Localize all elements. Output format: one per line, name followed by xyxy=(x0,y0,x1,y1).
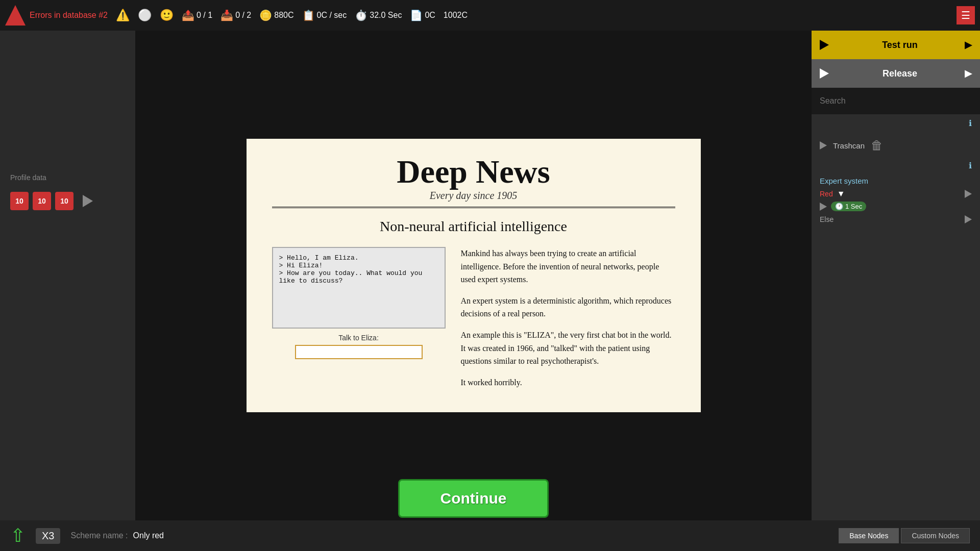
body-paragraph: Mankind has always been trying to create… xyxy=(461,247,675,286)
character-icon: 🙂 xyxy=(160,9,174,22)
coins-value: 880C xyxy=(274,11,293,20)
expert-system-label: Expert system xyxy=(820,177,972,185)
expert-system-section: Expert system Red ▼ 🕐 1 Sec Else xyxy=(812,172,980,228)
testrun-label: Test run xyxy=(835,40,965,51)
sidebar-section-info: ℹ xyxy=(812,159,980,172)
stat1-count: 0 / 1 xyxy=(197,11,212,20)
trashcan-section: Trashcan 🗑 xyxy=(812,132,980,159)
tab-custom-nodes[interactable]: Custom Nodes xyxy=(901,528,970,543)
arrow-icon: 📤 xyxy=(182,9,194,21)
else-label: Else xyxy=(820,215,834,223)
es-timer-value: 1 Sec xyxy=(845,203,862,210)
menu-button[interactable]: ☰ xyxy=(957,6,975,24)
es-timer-icon: 🕐 xyxy=(835,203,843,210)
x3-badge: X3 xyxy=(36,528,60,544)
article-title: Non-neural artificial intelligence xyxy=(272,218,675,235)
rate-stat: 📋 0C / sec xyxy=(302,9,347,21)
newspaper-right: Mankind has always been trying to create… xyxy=(461,247,675,397)
eliza-talk-label: Talk to Eliza: xyxy=(272,334,446,342)
extra-icon: 📄 xyxy=(410,9,423,21)
trashcan-label: Trashcan xyxy=(833,141,865,150)
profile-data-label: Profile data xyxy=(0,31,135,187)
body-paragraph: It worked horribly. xyxy=(461,376,675,389)
info-icon-2: ℹ xyxy=(969,161,972,170)
timer-value: 32.0 Sec xyxy=(370,11,402,20)
node-badge-2: 10 xyxy=(33,192,51,210)
info-icon: ℹ xyxy=(969,118,972,128)
release-play-icon xyxy=(820,68,829,79)
trashcan-play-icon[interactable] xyxy=(820,141,827,149)
release-label: Release xyxy=(835,68,965,79)
stat2: 📥 0 / 2 xyxy=(220,9,251,21)
newspaper-subtitle: Every day since 1905 xyxy=(272,190,675,202)
node-row: 10 10 10 xyxy=(0,187,135,215)
newspaper-left: > Hello, I am Eliza.> Hi Eliza!> How are… xyxy=(272,247,446,397)
face-icon: ⚪ xyxy=(138,9,152,22)
body-paragraph: An expert system is a deterministic algo… xyxy=(461,294,675,320)
search-bar[interactable] xyxy=(812,88,980,114)
newspaper-title: Deep News xyxy=(272,154,675,190)
left-sidebar: Profile data 10 10 10 xyxy=(0,31,135,551)
testrun-button[interactable]: Test run ▶ xyxy=(812,31,980,59)
rate-value: 0C / sec xyxy=(317,11,347,20)
continue-button[interactable]: Continue xyxy=(398,479,549,518)
else-arrow-icon xyxy=(965,215,972,223)
coins-stat: 🪙 880C xyxy=(259,9,293,21)
right-sidebar: Test run ▶ Release ▶ ℹ Trashcan 🗑 ℹ Expe… xyxy=(812,31,980,551)
bottom-tabs: Base Nodes Custom Nodes xyxy=(839,528,970,543)
newspaper-divider xyxy=(272,207,675,208)
release-arrow-icon: ▶ xyxy=(965,68,972,79)
expert-dropdown-icon[interactable]: ▼ xyxy=(837,189,845,198)
else-row: Else xyxy=(820,215,972,223)
testrun-arrow-icon: ▶ xyxy=(965,39,972,51)
expert-color-label: Red xyxy=(820,190,833,198)
node-badge-3: 10 xyxy=(55,192,74,210)
modal-overlay: Deep News Every day since 1905 Non-neura… xyxy=(135,31,812,520)
coins-icon: 🪙 xyxy=(259,9,272,21)
tab-base-nodes[interactable]: Base Nodes xyxy=(839,528,899,543)
extra-value: 0C xyxy=(425,11,435,20)
stat2-count: 0 / 2 xyxy=(235,11,251,20)
node-badge-1: 10 xyxy=(10,192,29,210)
green-arrow-icon: ⇧ xyxy=(10,525,26,546)
arrow-icon2: 📥 xyxy=(220,9,233,21)
logo-area: Errors in database #2 xyxy=(5,5,108,26)
eliza-terminal: > Hello, I am Eliza.> Hi Eliza!> How are… xyxy=(272,247,446,329)
warning-icon: ⚠️ xyxy=(116,9,130,22)
stat1: 📤 0 / 1 xyxy=(182,9,212,21)
continue-button-container: Continue xyxy=(135,479,812,518)
info-row: ℹ xyxy=(812,114,980,132)
expert-arrow-icon xyxy=(965,190,972,198)
newspaper-content: > Hello, I am Eliza.> Hi Eliza!> How are… xyxy=(272,247,675,397)
es-timer-badge: 🕐 1 Sec xyxy=(831,202,866,211)
es-play-icon[interactable] xyxy=(820,203,827,211)
rate-icon: 📋 xyxy=(302,9,315,21)
node-play-button[interactable] xyxy=(83,195,93,207)
extra-stat: 📄 0C xyxy=(410,9,435,21)
search-input[interactable] xyxy=(820,96,972,106)
bottombar: ⇧ X3 Scheme name : Only red Base Nodes C… xyxy=(0,520,980,551)
testrun-play-icon xyxy=(820,40,829,50)
es-play-row: 🕐 1 Sec xyxy=(820,202,972,211)
release-button[interactable]: Release ▶ xyxy=(812,59,980,88)
scheme-name-value: Only red xyxy=(133,531,164,540)
scheme-name-label: Scheme name : xyxy=(70,531,128,540)
logo-icon xyxy=(5,5,26,26)
error-label: Errors in database #2 xyxy=(30,11,108,20)
total-stat: 1002C xyxy=(444,11,468,20)
trashcan-icon: 🗑 xyxy=(871,138,883,153)
newspaper-header: Deep News Every day since 1905 xyxy=(272,154,675,202)
timer-icon: ⏱️ xyxy=(355,9,368,21)
timer-stat: ⏱️ 32.0 Sec xyxy=(355,9,402,21)
total-value: 1002C xyxy=(444,11,468,20)
body-paragraph: An example this is "ELIZA", the very fir… xyxy=(461,329,675,368)
topbar: Errors in database #2 ⚠️ ⚪ 🙂 📤 0 / 1 📥 0… xyxy=(0,0,980,31)
expert-system-row: Red ▼ xyxy=(820,189,972,198)
eliza-input[interactable] xyxy=(295,345,423,359)
newspaper-modal: Deep News Every day since 1905 Non-neura… xyxy=(247,139,701,413)
